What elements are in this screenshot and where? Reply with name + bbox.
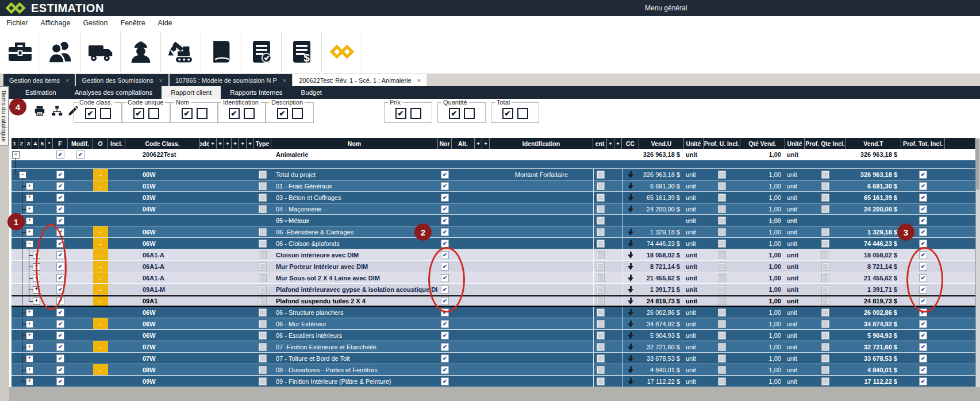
column-header-Nor[interactable]: Nor xyxy=(438,138,452,149)
checkbox-pt-checked[interactable]: ✔ xyxy=(919,217,927,225)
checkbox-ty-unchecked[interactable] xyxy=(259,228,267,236)
checkbox-pu-unchecked[interactable] xyxy=(718,263,726,271)
document-dollar-button[interactable]: $ xyxy=(282,32,322,72)
tree-expander-expand[interactable]: + xyxy=(26,378,33,385)
column-header-Vend.T[interactable]: Vend.T xyxy=(846,138,901,149)
checkbox-pu-unchecked[interactable] xyxy=(718,240,726,248)
table-row[interactable]: −✔✔200622TestAnimalerie326 963,18 $unit1… xyxy=(11,149,975,160)
checkbox-pt-checked[interactable]: ✔ xyxy=(919,205,927,213)
checkbox-pq-unchecked[interactable] xyxy=(821,377,829,385)
checkbox-f-checked[interactable]: ✔ xyxy=(56,217,64,225)
column-header-Prof. Qte Incl.[interactable]: Prof. Qte Incl. xyxy=(805,138,846,149)
tree-expander-expand[interactable]: + xyxy=(26,344,33,351)
checkbox-pq-unchecked[interactable] xyxy=(821,354,829,363)
cc-download-arrow-icon[interactable] xyxy=(628,366,634,374)
filter-checkbox[interactable]: ✔ xyxy=(277,108,288,119)
checkbox-no-checked[interactable]: ✔ xyxy=(441,377,449,385)
checkbox-en-unchecked[interactable] xyxy=(597,171,605,179)
table-row[interactable]: +✔04W04 - Maçonnerie✔24 200,00 $unit1,00… xyxy=(11,203,975,215)
column-header-Vend.U[interactable]: Vend.U xyxy=(639,138,684,149)
column-header-3[interactable]: 3 xyxy=(25,138,32,149)
tab-close-icon[interactable]: × xyxy=(159,77,163,84)
checkbox-pq-unchecked[interactable] xyxy=(821,205,829,213)
side-tab-items-catalogue[interactable]: Items du catalogue xyxy=(0,86,9,146)
checkbox-pq-unchecked[interactable] xyxy=(821,274,829,282)
checkbox-f-checked[interactable]: ✔ xyxy=(56,377,64,385)
column-header-Alt.[interactable]: Alt. xyxy=(452,138,475,149)
checkbox-en-unchecked[interactable] xyxy=(597,297,605,305)
table-row[interactable]: +✔06W06 - Structure planchers✔26 002,86 … xyxy=(11,307,975,318)
filter-checkbox[interactable] xyxy=(148,108,159,119)
filter-checkbox[interactable] xyxy=(244,108,255,119)
column-header-4[interactable]: 4 xyxy=(32,138,39,149)
checkbox-en-unchecked[interactable] xyxy=(597,320,605,328)
tree-expander-expand[interactable]: + xyxy=(26,367,33,374)
table-row[interactable]: +✔-09A1Plafond suspendu tuiles 2 X 4✔24 … xyxy=(11,295,975,307)
checkbox-no-checked[interactable]: ✔ xyxy=(441,205,449,213)
filter-checkbox[interactable] xyxy=(464,108,475,119)
column-header-+[interactable]: + xyxy=(475,138,482,149)
checkbox-pq-unchecked[interactable] xyxy=(821,228,829,236)
tree-expander-expand[interactable]: + xyxy=(26,183,33,190)
checkbox-ty-unchecked[interactable] xyxy=(259,251,267,259)
cc-download-arrow-icon[interactable] xyxy=(628,377,634,385)
checkbox-no-checked[interactable]: ✔ xyxy=(441,331,449,340)
tree-expander-expand[interactable]: + xyxy=(33,298,40,305)
tree-button[interactable] xyxy=(51,105,63,119)
checkbox-ty-unchecked[interactable] xyxy=(259,320,267,328)
column-header-O[interactable]: O xyxy=(93,138,108,149)
checkbox-pq-unchecked[interactable] xyxy=(821,286,829,294)
filter-checkbox[interactable] xyxy=(410,108,421,119)
checkbox-pq-unchecked[interactable] xyxy=(821,366,829,374)
filter-checkbox[interactable]: ✔ xyxy=(395,108,406,119)
checkbox-ty-unchecked[interactable] xyxy=(259,366,267,374)
checkbox-mo-checked[interactable]: ✔ xyxy=(76,151,84,159)
checkbox-f-checked[interactable]: ✔ xyxy=(56,343,64,351)
checkbox-no-checked[interactable]: ✔ xyxy=(441,240,449,248)
cc-download-arrow-icon[interactable] xyxy=(628,240,634,248)
checkbox-pq-unchecked[interactable] xyxy=(821,240,829,248)
column-header-+[interactable]: + xyxy=(217,138,224,149)
checkbox-ty-unchecked[interactable] xyxy=(259,377,267,385)
checkbox-pt-checked[interactable]: ✔ xyxy=(919,171,927,179)
checkbox-pq-unchecked[interactable] xyxy=(821,251,829,259)
checkbox-en-unchecked[interactable] xyxy=(597,217,605,225)
checkbox-en-unchecked[interactable] xyxy=(597,194,605,202)
checkbox-no-checked[interactable]: ✔ xyxy=(441,366,449,374)
checkbox-no-checked[interactable]: ✔ xyxy=(441,354,449,363)
checkbox-en-unchecked[interactable] xyxy=(597,251,605,259)
checkbox-en-unchecked[interactable] xyxy=(597,263,605,271)
column-header-5[interactable]: 5 xyxy=(39,138,46,149)
cc-download-arrow-icon[interactable] xyxy=(628,309,634,317)
cc-download-arrow-icon[interactable] xyxy=(628,354,634,363)
checkbox-ty-unchecked[interactable] xyxy=(259,286,267,294)
column-header-+[interactable]: + xyxy=(239,138,247,149)
table-row[interactable]: +✔06W06 - Escaliers intérieurs✔5 904,93 … xyxy=(11,330,975,341)
table-row[interactable]: +✔-09A1-MPlafond intérieuravec gypse & i… xyxy=(11,284,975,295)
table-row[interactable]: +✔-06W06 - Mur Extérieur✔34 874,92 $unit… xyxy=(11,318,975,330)
cc-download-arrow-icon[interactable] xyxy=(628,343,634,351)
tab-close-icon[interactable]: × xyxy=(283,77,286,84)
column-header-+[interactable]: + xyxy=(224,138,232,149)
checkbox-pu-unchecked[interactable] xyxy=(718,274,726,282)
table-row[interactable]: +✔-08W08 - Ouvertures - Portes et Fenêtr… xyxy=(11,364,975,376)
filter-checkbox[interactable]: ✔ xyxy=(182,108,193,119)
checkbox-pq-unchecked[interactable] xyxy=(821,343,829,351)
checkbox-f-checked[interactable]: ✔ xyxy=(56,320,64,328)
checkbox-pq-unchecked[interactable] xyxy=(821,331,829,340)
column-header-Identification[interactable]: Identification xyxy=(490,138,593,149)
checkbox-en-unchecked[interactable] xyxy=(597,366,605,374)
checkbox-pu-unchecked[interactable] xyxy=(718,331,726,340)
column-header-Type[interactable]: Type xyxy=(254,138,271,149)
tab-close-icon[interactable]: × xyxy=(417,77,421,84)
column-header-Qté Vend.[interactable]: Qté Vend. xyxy=(740,138,785,149)
document-tab-2[interactable]: 107865 : Modele de soumission N P× xyxy=(170,74,292,86)
separator-row[interactable] xyxy=(11,160,975,169)
tree-expander-expand[interactable]: + xyxy=(26,194,33,202)
checkbox-f-checked[interactable]: ✔ xyxy=(56,331,64,340)
checkbox-ty-unchecked[interactable] xyxy=(259,297,267,305)
checkbox-pq-unchecked[interactable] xyxy=(821,320,829,328)
column-header-+[interactable]: + xyxy=(614,138,622,149)
tree-expander-collapse[interactable]: − xyxy=(19,171,26,179)
subtab-rapports-internes[interactable]: Rapports Internes xyxy=(221,86,291,99)
